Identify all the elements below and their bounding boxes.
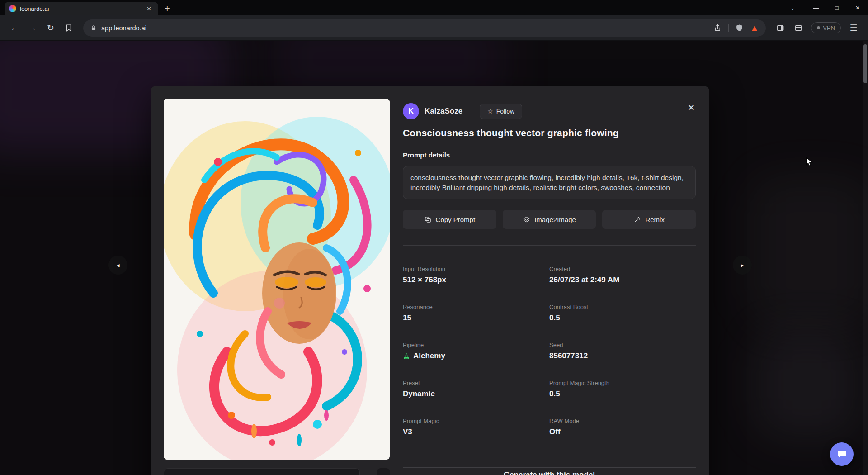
image-title: Consciousness thought vector graphic flo… [403, 128, 696, 138]
url-text: app.leonardo.ai [101, 24, 709, 32]
meta-raw-mode: RAW Mode Off [549, 418, 696, 437]
window-controls: ⌄ — □ ✕ [782, 0, 868, 15]
divider [403, 245, 696, 246]
layers-icon [523, 216, 530, 223]
navigation-bar: ← → ↻ app.leonardo.ai ▲ VPN ☰ [0, 15, 868, 41]
vpn-label: VPN [823, 24, 835, 31]
related-thumbnail[interactable] [164, 468, 360, 475]
image2image-button[interactable]: Image2Image [503, 210, 596, 229]
metadata-grid: Input Resolution 512 × 768px Created 26/… [403, 266, 696, 437]
sidebar-toggle-icon[interactable] [772, 20, 788, 36]
chat-icon [836, 449, 847, 460]
related-thumbnail[interactable] [377, 468, 390, 475]
next-image-button[interactable]: ▸ [733, 256, 752, 275]
back-button[interactable]: ← [6, 20, 23, 36]
browser-panel-icon[interactable] [790, 20, 807, 36]
close-modal-button[interactable]: ✕ [685, 101, 698, 114]
image2image-label: Image2Image [534, 216, 576, 223]
copy-prompt-label: Copy Prompt [436, 216, 476, 223]
meta-resonance: Resonance 15 [403, 304, 549, 323]
meta-contrast-boost: Contrast Boost 0.5 [549, 304, 696, 323]
prompt-details-heading: Prompt details [403, 151, 696, 159]
prompt-text-box: consciousness thought vector graphic flo… [403, 166, 696, 199]
window-maximize-button[interactable]: □ [826, 0, 847, 15]
creator-header: K KaizaSoze ☆ Follow [403, 103, 696, 119]
brave-shields-icon[interactable] [735, 24, 744, 32]
creator-username[interactable]: KaizaSoze [425, 107, 462, 116]
page-background: ◂ ▸ [0, 41, 868, 475]
url-bar[interactable]: app.leonardo.ai ▲ [83, 19, 766, 37]
brave-rewards-icon[interactable]: ▲ [750, 24, 759, 32]
reload-button[interactable]: ↻ [42, 20, 59, 36]
vpn-status-dot [817, 26, 820, 29]
scrollbar[interactable] [863, 41, 868, 475]
tab-close-icon[interactable]: ✕ [144, 5, 154, 13]
prompt-actions: Copy Prompt Image2Image Remix [403, 210, 696, 229]
meta-pipeline: Pipeline Alchemy [403, 342, 549, 361]
avatar[interactable]: K [403, 103, 419, 119]
follow-button[interactable]: ☆ Follow [480, 104, 522, 119]
browser-tab[interactable]: leonardo.ai ✕ [5, 2, 158, 15]
copy-icon [424, 216, 432, 223]
details-panel: K KaizaSoze ☆ Follow Consciousness thoug… [403, 86, 696, 437]
tab-search-chevron-icon[interactable]: ⌄ [782, 0, 803, 15]
meta-preset: Preset Dynamic [403, 380, 549, 399]
wand-icon [633, 216, 641, 223]
copy-prompt-button[interactable]: Copy Prompt [403, 210, 496, 229]
divider [728, 24, 729, 32]
generate-with-model-button[interactable]: Generate with this model [403, 467, 696, 475]
meta-prompt-magic-strength: Prompt Magic Strength 0.5 [549, 380, 696, 399]
vpn-button[interactable]: VPN [811, 22, 841, 33]
star-icon: ☆ [487, 108, 493, 115]
lock-icon [90, 25, 97, 31]
menu-button[interactable]: ☰ [845, 20, 862, 36]
window-close-button[interactable]: ✕ [847, 0, 868, 15]
tab-title: leonardo.ai [20, 5, 141, 12]
artwork-image [164, 99, 390, 460]
meta-created: Created 26/07/23 at 2:49 AM [549, 266, 696, 285]
window-minimize-button[interactable]: — [806, 0, 826, 15]
meta-input-resolution: Input Resolution 512 × 768px [403, 266, 549, 285]
meta-seed: Seed 856077312 [549, 342, 696, 361]
leonardo-favicon [9, 5, 16, 12]
flask-icon [403, 352, 410, 360]
remix-button[interactable]: Remix [602, 210, 696, 229]
follow-label: Follow [496, 108, 514, 115]
remix-label: Remix [645, 216, 665, 223]
bookmark-icon[interactable] [61, 20, 77, 36]
support-chat-button[interactable] [830, 442, 854, 466]
share-icon[interactable] [713, 24, 722, 32]
generated-image[interactable] [164, 99, 390, 460]
meta-prompt-magic: Prompt Magic V3 [403, 418, 549, 437]
forward-button[interactable]: → [24, 20, 41, 36]
scrollbar-thumb[interactable] [863, 44, 867, 83]
image-detail-modal: K KaizaSoze ☆ Follow Consciousness thoug… [151, 86, 709, 475]
new-tab-button[interactable]: + [165, 4, 170, 13]
tab-bar: leonardo.ai ✕ + ⌄ — □ ✕ [0, 0, 868, 15]
previous-image-button[interactable]: ◂ [108, 256, 127, 275]
